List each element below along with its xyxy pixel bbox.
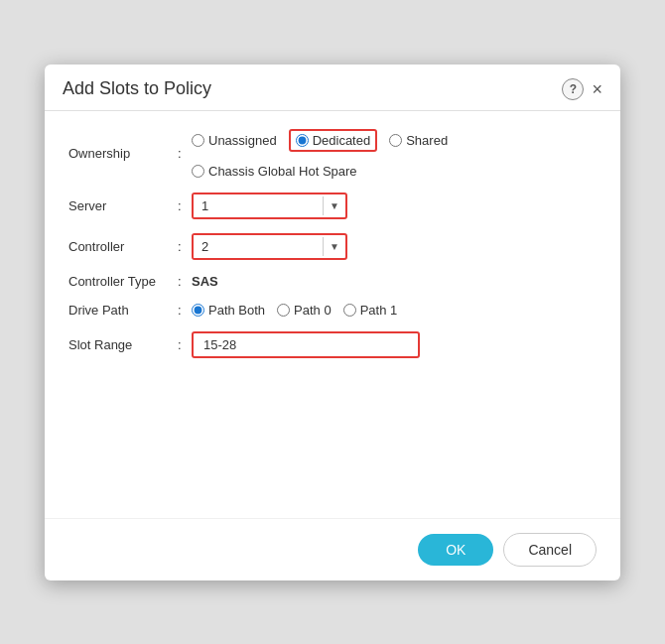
server-colon: : [178, 198, 192, 213]
slot-range-row: Slot Range : [68, 331, 597, 358]
radio-path-0[interactable]: Path 0 [277, 303, 332, 318]
dialog-footer: OK Cancel [45, 518, 620, 580]
radio-path-both[interactable]: Path Both [192, 303, 265, 318]
header-icons: ? × [562, 78, 602, 100]
drive-path-options: Path Both Path 0 Path 1 [192, 303, 397, 318]
ownership-label: Ownership [68, 146, 178, 161]
controller-label: Controller [68, 239, 178, 254]
radio-path-0-input[interactable] [277, 304, 290, 317]
dialog-header: Add Slots to Policy ? × [45, 64, 620, 111]
slot-range-colon: : [178, 337, 192, 352]
controller-select-field: ▼ [192, 233, 347, 260]
server-label: Server [68, 198, 178, 213]
radio-unassigned[interactable]: Unassigned [192, 133, 277, 148]
controller-type-value: SAS [192, 274, 218, 289]
controller-type-colon: : [178, 274, 192, 289]
controller-colon: : [178, 239, 192, 254]
server-select-field: ▼ [192, 193, 347, 219]
radio-chassis-label: Chassis Global Hot Spare [208, 164, 357, 179]
radio-unassigned-label: Unassigned [208, 133, 277, 148]
radio-shared[interactable]: Shared [389, 133, 448, 148]
slot-range-input[interactable] [192, 331, 420, 358]
radio-shared-input[interactable] [389, 134, 402, 147]
radio-path-1-label: Path 1 [360, 303, 398, 318]
server-dropdown-arrow[interactable]: ▼ [323, 196, 345, 215]
dialog-title: Add Slots to Policy [63, 78, 211, 99]
server-row: Server : ▼ [68, 193, 597, 219]
radio-dedicated[interactable]: Dedicated [296, 133, 371, 148]
controller-dropdown-arrow[interactable]: ▼ [323, 237, 345, 256]
close-button[interactable]: × [592, 80, 602, 98]
ok-button[interactable]: OK [418, 534, 493, 566]
radio-dedicated-input[interactable] [296, 134, 309, 147]
add-slots-dialog: Add Slots to Policy ? × Ownership : Unas… [45, 64, 620, 580]
drive-path-label: Drive Path [68, 303, 178, 318]
radio-chassis-input[interactable] [192, 165, 204, 178]
controller-type-label: Controller Type [68, 274, 178, 289]
controller-type-row: Controller Type : SAS [68, 274, 597, 289]
controller-row: Controller : ▼ [68, 233, 597, 260]
dialog-body: Ownership : Unassigned Dedicated Shared [45, 111, 620, 518]
radio-dedicated-label: Dedicated [313, 133, 371, 148]
drive-path-row: Drive Path : Path Both Path 0 Path 1 [68, 303, 597, 318]
radio-path-1-input[interactable] [343, 304, 356, 317]
radio-chassis-global-hot-spare[interactable]: Chassis Global Hot Spare [192, 164, 357, 179]
radio-path-both-input[interactable] [192, 304, 204, 317]
radio-path-0-label: Path 0 [294, 303, 332, 318]
controller-input[interactable] [194, 235, 323, 258]
server-input[interactable] [194, 194, 323, 217]
cancel-button[interactable]: Cancel [503, 533, 597, 567]
help-button[interactable]: ? [562, 78, 584, 100]
slot-range-label: Slot Range [68, 337, 178, 352]
drive-path-colon: : [178, 303, 192, 318]
ownership-row: Ownership : Unassigned Dedicated Shared [68, 129, 597, 179]
ownership-options: Unassigned Dedicated Shared Chassis Glob… [192, 129, 597, 179]
dedicated-highlight: Dedicated [289, 129, 378, 152]
ownership-colon: : [178, 146, 192, 161]
radio-path-both-label: Path Both [208, 303, 265, 318]
radio-unassigned-input[interactable] [192, 134, 204, 147]
radio-shared-label: Shared [406, 133, 448, 148]
radio-path-1[interactable]: Path 1 [343, 303, 398, 318]
